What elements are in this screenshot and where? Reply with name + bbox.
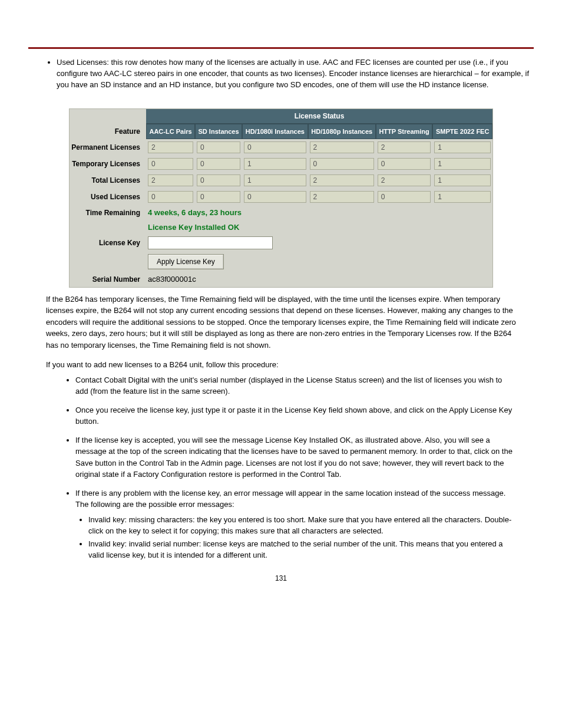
error-msg-1: Invalid key: missing characters: the key… [88,514,516,537]
serial-number-value: ac83f000001c [148,275,196,284]
key-step-1: Contact Cobalt Digital with the unit's s… [75,374,516,397]
val-perm-1: 0 [197,141,240,153]
error-msg-2: Invalid key: invalid serial number: lice… [88,538,516,561]
page-number: 131 [28,574,534,582]
val-perm-2: 0 [244,141,306,153]
val-temp-0: 0 [148,158,193,170]
col-http: HTTP Streaming [376,124,432,139]
row-label-serial: Serial Number [70,272,146,287]
license-status-title: License Status [146,109,492,124]
col-aac: AAC-LC Pairs [146,124,195,139]
val-total-2: 1 [244,174,306,186]
key-step-4: If there is any problem with the license… [75,487,516,561]
top-bullet: Used Licenses: this row denotes how many… [57,57,534,91]
val-total-5: 1 [434,174,491,186]
time-remaining-value: 4 weeks, 6 days, 23 hours [148,208,242,217]
val-used-4: 0 [378,191,431,203]
license-status-message: License Key Installed OK [148,223,239,232]
val-temp-2: 1 [244,158,306,170]
row-label-total: Total Licenses [70,172,146,189]
val-total-3: 2 [310,174,374,186]
row-label-feature: Feature [70,124,146,139]
val-perm-3: 2 [310,141,374,153]
val-temp-1: 0 [197,158,240,170]
val-used-0: 0 [148,191,193,203]
row-label-temporary: Temporary Licenses [70,156,146,172]
license-key-input[interactable] [148,236,273,249]
key-step-2: Once you receive the license key, just t… [75,404,516,427]
val-temp-3: 0 [310,158,374,170]
val-total-1: 0 [197,174,240,186]
val-perm-0: 2 [148,141,193,153]
val-used-2: 0 [244,191,306,203]
para-after-fig: If the B264 has temporary licenses, the … [46,294,516,351]
key-step-3: If the license key is accepted, you will… [75,434,516,480]
val-temp-5: 1 [434,158,491,170]
col-1080p: HD/1080p Instances [308,124,376,139]
row-label-permanent: Permanent Licenses [70,139,146,156]
val-total-4: 2 [378,174,431,186]
apply-license-key-button[interactable]: Apply License Key [148,254,224,269]
row-label-used: Used Licenses [70,189,146,205]
val-used-3: 2 [310,191,374,203]
val-temp-4: 0 [378,158,431,170]
val-used-5: 1 [434,191,491,203]
para-key-intro: If you want to add new licenses to a B26… [46,359,516,371]
val-total-0: 2 [148,174,193,186]
row-label-time: Time Remaining [70,205,146,220]
col-1080i: HD/1080i Instances [242,124,308,139]
val-used-1: 0 [197,191,240,203]
license-status-figure: License Status Feature AAC-LC Pairs SD I… [69,108,493,288]
row-label-license-key: License Key [70,234,146,252]
val-perm-5: 1 [434,141,491,153]
col-fec: SMPTE 2022 FEC [432,124,492,139]
col-sd: SD Instances [195,124,242,139]
val-perm-4: 2 [378,141,431,153]
